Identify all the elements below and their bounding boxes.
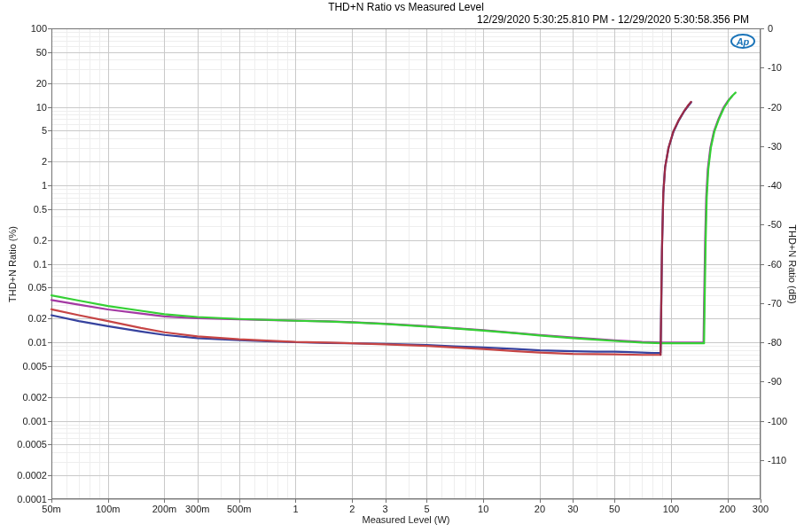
y-tick-label-right: -100: [768, 415, 800, 427]
y-tick-label-right: -90: [768, 375, 800, 387]
y-tick-label-right: -40: [768, 179, 800, 192]
x-tick-label: 30: [550, 503, 595, 515]
y-tick-label-left: 0.0005: [0, 438, 47, 450]
x-tick-label: 1: [273, 503, 317, 515]
y-tick-label-left: 100: [0, 22, 47, 35]
y-tick-label-right: -20: [768, 101, 800, 113]
y-tick-label-left: 0.02: [0, 312, 47, 325]
x-tick-label: 100m: [86, 503, 130, 515]
y-tick-label-left: 5: [0, 124, 47, 137]
y-tick-label-right: -30: [768, 140, 800, 153]
y-tick-label-left: 10: [0, 101, 47, 113]
x-tick-label: 3: [363, 503, 408, 515]
x-axis-title: Measured Level (W): [51, 514, 761, 525]
x-tick-label: 300m: [176, 503, 220, 515]
y-tick-label-left: 0.1: [0, 258, 47, 270]
y-tick-label-right: -50: [768, 218, 800, 231]
x-tick-label: 50: [592, 503, 636, 515]
y-tick-label-right: -80: [768, 336, 800, 348]
chart-title: THD+N Ratio vs Measured Level: [51, 1, 761, 13]
y-tick-label-left: 2: [0, 155, 47, 168]
y-tick-label-left: 0.05: [0, 281, 47, 293]
y-tick-label-right: -60: [768, 258, 800, 270]
x-tick-label: 50m: [29, 503, 74, 515]
y-tick-label-left: 50: [0, 46, 47, 59]
x-tick-label: 100: [649, 503, 693, 515]
y-tick-label-left: 0.005: [0, 360, 47, 372]
thdn-chart-panel: THD+N Ratio vs Measured Level 12/29/2020…: [0, 0, 804, 532]
y-tick-label-left: 0.2: [0, 234, 47, 246]
x-tick-label: 300: [738, 503, 783, 515]
y-tick-label-left: 1: [0, 179, 47, 192]
measurement-timestamp: 12/29/2020 5:30:25.810 PM - 12/29/2020 5…: [51, 13, 749, 26]
plot-area: [0, 0, 804, 532]
y-tick-label-left: 0.001: [0, 415, 47, 427]
x-tick-label: 10: [461, 503, 505, 515]
audio-precision-logo: Ap: [730, 34, 755, 49]
y-tick-label-left: 0.002: [0, 391, 47, 403]
y-tick-label-left: 20: [0, 77, 47, 90]
y-tick-label-left: 0.0002: [0, 469, 47, 481]
y-tick-label-left: 0.5: [0, 203, 47, 215]
x-tick-label: 5: [404, 503, 449, 515]
y-tick-label-right: -70: [768, 297, 800, 309]
y-tick-label-right: 0: [768, 22, 800, 35]
y-tick-label-right: -10: [768, 61, 800, 74]
y-tick-label-left: 0.01: [0, 336, 47, 348]
y-tick-label-right: -110: [768, 454, 800, 466]
x-tick-label: 500m: [217, 503, 261, 515]
